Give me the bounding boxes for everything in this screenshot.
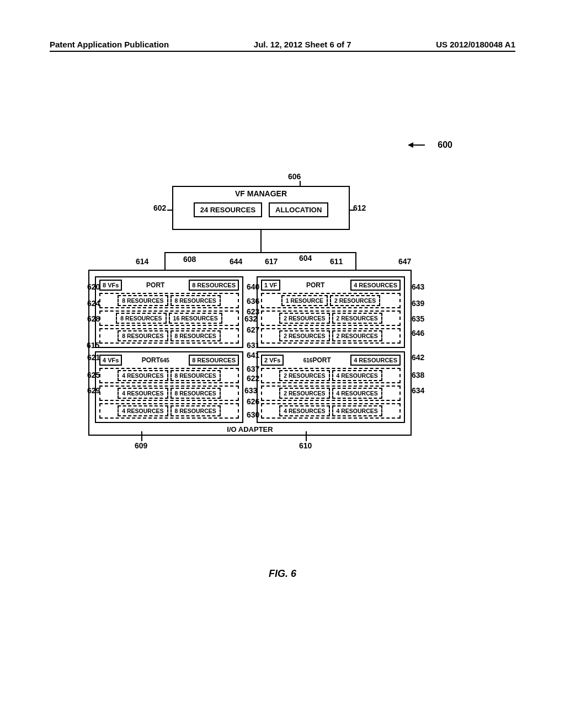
port-3: 2 VFs 616PORT 4 RESOURCES 2 RESOURCES 4 … bbox=[257, 351, 405, 423]
row-cell-l: 4 RESOURCES bbox=[118, 405, 168, 416]
ref-647: 647 bbox=[398, 257, 411, 266]
ref-633: 633 bbox=[244, 386, 257, 395]
ref-628: 628 bbox=[87, 314, 100, 323]
ref-606: 606 bbox=[288, 172, 301, 181]
port-resources: 8 RESOURCES bbox=[189, 355, 239, 366]
port-resources: 8 RESOURCES bbox=[189, 280, 239, 291]
header-right: US 2012/0180048 A1 bbox=[436, 40, 515, 49]
row-cell-l: 8 RESOURCES bbox=[118, 295, 168, 306]
ref-632: 632 bbox=[244, 314, 257, 323]
row-cell-l: 4 RESOURCES bbox=[279, 405, 329, 416]
port-1: 1 VF PORT 4 RESOURCES 1 RESOURCE 2 RESOU… bbox=[257, 276, 405, 348]
ref-620: 620 bbox=[87, 282, 100, 291]
vf-manager-block: VF MANAGER 24 RESOURCES ALLOCATION bbox=[172, 186, 350, 230]
connector-line bbox=[355, 253, 356, 270]
ref-639: 639 bbox=[412, 299, 424, 308]
ref-637: 637 bbox=[247, 365, 259, 373]
port-row: 2 RESOURCES 4 RESOURCES bbox=[261, 386, 401, 401]
port-resources: 4 RESOURCES bbox=[350, 355, 401, 366]
connector-line bbox=[260, 230, 262, 252]
row-cell-l: 1 RESOURCE bbox=[281, 295, 328, 306]
port-0: 8 VFs PORT 8 RESOURCES 8 RESOURCES 8 RES… bbox=[95, 276, 243, 348]
row-cell-r: 8 RESOURCES bbox=[170, 370, 221, 381]
ref-610: 610 bbox=[299, 441, 312, 450]
ref-615: 615 bbox=[87, 341, 99, 350]
ref-612: 612 bbox=[353, 204, 366, 212]
port-header: 2 VFs 616PORT 4 RESOURCES bbox=[261, 355, 401, 366]
ref-609: 609 bbox=[135, 441, 147, 450]
ref-645: 645 bbox=[160, 357, 169, 363]
ref-625: 625 bbox=[87, 371, 100, 379]
row-cell-l: 8 RESOURCES bbox=[118, 330, 168, 341]
ref-627: 627 bbox=[247, 325, 259, 334]
port-header: 8 VFs PORT 8 RESOURCES bbox=[99, 280, 239, 291]
ref-641: 641 bbox=[247, 351, 259, 360]
ref-616: 616 bbox=[303, 357, 313, 363]
row-cell-l: 2 RESOURCES bbox=[279, 330, 329, 341]
port-title: 616PORT bbox=[303, 356, 331, 364]
port-resources: 4 RESOURCES bbox=[350, 280, 401, 291]
port-row: 2 RESOURCES 4 RESOURCES bbox=[261, 368, 401, 383]
vf-manager-resources: 24 RESOURCES bbox=[194, 202, 262, 217]
row-cell-r: 2 RESOURCES bbox=[332, 313, 382, 324]
ref-626: 626 bbox=[247, 397, 259, 406]
vf-manager-boxes: 24 RESOURCES ALLOCATION bbox=[173, 198, 349, 217]
header-left: Patent Application Publication bbox=[50, 40, 169, 49]
ref-631: 631 bbox=[247, 341, 259, 350]
ref-636: 636 bbox=[247, 297, 259, 306]
ref-621: 621 bbox=[87, 353, 100, 362]
ref-602: 602 bbox=[153, 204, 166, 212]
ref-634: 634 bbox=[412, 386, 424, 395]
port-2: 4 VFs PORT645 8 RESOURCES 4 RESOURCES 8 … bbox=[95, 351, 243, 423]
header-rule bbox=[50, 51, 515, 52]
ref-617: 617 bbox=[265, 257, 278, 266]
figure-ref: 600 bbox=[438, 140, 452, 150]
vf-manager-allocation: ALLOCATION bbox=[269, 202, 328, 217]
ref-643: 643 bbox=[412, 282, 424, 291]
row-cell-r: 4 RESOURCES bbox=[332, 370, 382, 381]
port-title: PORT bbox=[146, 281, 164, 289]
row-cell-r: 4 RESOURCES bbox=[332, 405, 382, 416]
vf-manager-title: VF MANAGER bbox=[173, 187, 349, 198]
port-vfs: 2 VFs bbox=[261, 355, 284, 366]
ref-604: 604 bbox=[299, 254, 312, 263]
row-cell-l: 2 RESOURCES bbox=[279, 313, 329, 324]
figure-ref-arrow bbox=[409, 144, 425, 146]
ref-622: 622 bbox=[247, 374, 259, 383]
header-center: Jul. 12, 2012 Sheet 6 of 7 bbox=[254, 40, 351, 49]
row-cell-r: 2 RESOURCES bbox=[330, 295, 380, 306]
port-row: 8 RESOURCES 16 RESOURCES bbox=[99, 311, 239, 326]
row-cell-r: 8 RESOURCES bbox=[170, 330, 221, 341]
ref-614: 614 bbox=[136, 257, 148, 266]
ref-629: 629 bbox=[87, 386, 100, 395]
ref-640: 640 bbox=[247, 282, 259, 291]
connector-line bbox=[164, 252, 356, 253]
row-cell-r: 8 RESOURCES bbox=[170, 405, 221, 416]
ref-611: 611 bbox=[330, 257, 343, 266]
row-cell-l: 2 RESOURCES bbox=[279, 388, 329, 399]
row-cell-l: 2 RESOURCES bbox=[279, 370, 329, 381]
ref-624: 624 bbox=[87, 299, 100, 308]
port-header: 1 VF PORT 4 RESOURCES bbox=[261, 280, 401, 291]
ref-642: 642 bbox=[412, 353, 424, 362]
ref-638: 638 bbox=[412, 371, 424, 379]
ref-644: 644 bbox=[230, 257, 242, 266]
port-row: 8 RESOURCES 8 RESOURCES bbox=[99, 293, 239, 308]
row-cell-l: 4 RESOURCES bbox=[118, 370, 168, 381]
port-row: 4 RESOURCES 4 RESOURCES bbox=[261, 403, 401, 419]
row-cell-l: 8 RESOURCES bbox=[116, 313, 166, 324]
page-header: Patent Application Publication Jul. 12, … bbox=[0, 40, 565, 49]
port-row: 2 RESOURCES 2 RESOURCES bbox=[261, 311, 401, 326]
row-cell-r: 8 RESOURCES bbox=[170, 388, 221, 399]
ref-630: 630 bbox=[247, 410, 259, 419]
ref-608: 608 bbox=[183, 255, 196, 264]
ref-635: 635 bbox=[412, 314, 424, 323]
port-row: 2 RESOURCES 2 RESOURCES bbox=[261, 328, 401, 344]
figure-caption: FIG. 6 bbox=[0, 568, 565, 580]
row-cell-r: 16 RESOURCES bbox=[169, 313, 222, 324]
port-row: 4 RESOURCES 8 RESOURCES bbox=[99, 403, 239, 419]
port-row: 8 RESOURCES 8 RESOURCES bbox=[99, 328, 239, 344]
port-row: 1 RESOURCE 2 RESOURCES bbox=[261, 293, 401, 308]
connector-line bbox=[164, 253, 166, 270]
port-title: PORT645 bbox=[142, 356, 169, 364]
